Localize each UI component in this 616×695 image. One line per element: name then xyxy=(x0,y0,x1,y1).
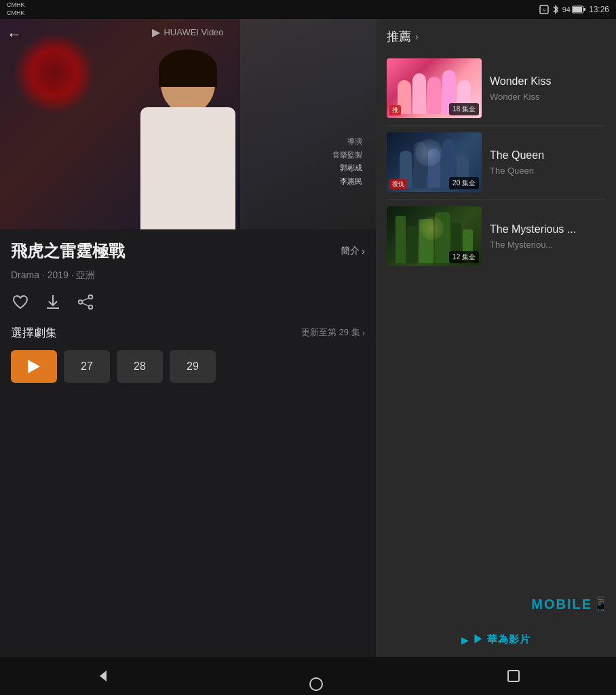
mysterious-title: The Mysterious ... xyxy=(490,223,605,237)
svg-marker-12 xyxy=(100,671,107,681)
episode-29-button[interactable]: 29 xyxy=(170,350,216,383)
title-row: 飛虎之雷霆極戰 簡介 › xyxy=(11,242,365,261)
episode-play-button[interactable] xyxy=(11,350,57,383)
episodes-section: 選擇劇集 更新至第 29 集 › 27 28 29 xyxy=(11,325,365,383)
mysterious-ep-badge: 12 集全 xyxy=(449,251,479,263)
nav-recents-button[interactable] xyxy=(504,666,523,685)
recommend-title: 推薦 xyxy=(387,29,411,45)
svg-rect-4 xyxy=(583,8,585,11)
back-button[interactable]: ← xyxy=(7,26,22,43)
the-queen-title: The Queen xyxy=(490,149,605,163)
clock: 13:26 xyxy=(589,5,609,14)
episode-28-button[interactable]: 28 xyxy=(117,350,163,383)
episode-27-button[interactable]: 27 xyxy=(64,350,110,383)
battery-indicator: 94 xyxy=(562,5,585,14)
recommend-item[interactable]: 18 集全 推 Wonder Kiss Wonder Kiss xyxy=(376,52,616,125)
recommend-item-3[interactable]: 12 集全 The Mysterious ... The Mysteriou..… xyxy=(376,200,616,273)
wonder-kiss-subtitle: Wonder Kiss xyxy=(490,92,605,102)
right-panel: 推薦 › 18 集全 xyxy=(376,19,616,657)
content-area: 飛虎之雷霆極戰 簡介 › Drama · 2019 · 亞洲 xyxy=(0,229,376,657)
carrier-1: CMHK xyxy=(7,1,25,10)
download-button[interactable] xyxy=(43,293,62,312)
huawei-video-footer: ▶ ▶ 華為影片 xyxy=(376,622,616,657)
recommend-item-2[interactable]: 20 集全 復仇 The Queen The Queen xyxy=(376,126,616,199)
huawei-video-logo: ▶ HUAWEI Video xyxy=(152,26,223,39)
nav-back-button[interactable] xyxy=(93,666,112,685)
nav-home-button[interactable] xyxy=(299,666,317,685)
mysterious-info: The Mysterious ... The Mysteriou... xyxy=(490,223,605,250)
mysterious-subtitle: The Mysteriou... xyxy=(490,240,605,250)
the-queen-ep-badge: 20 集全 xyxy=(449,177,479,189)
the-queen-info: The Queen The Queen xyxy=(490,149,605,176)
nfc-icon: N xyxy=(539,5,549,14)
show-title: 飛虎之雷霆極戰 xyxy=(11,242,125,261)
video-thumbnail: 導演 音樂監製 郭彬成 李惠民 xyxy=(0,19,376,229)
status-right: N 94 13:26 xyxy=(539,5,609,14)
thumbnail-the-queen: 20 集全 復仇 xyxy=(387,132,482,192)
svg-point-9 xyxy=(89,305,93,309)
svg-point-8 xyxy=(89,295,93,299)
carrier-2: CMHK xyxy=(7,10,25,18)
svg-point-13 xyxy=(310,678,322,690)
play-triangle-icon xyxy=(28,360,40,373)
like-button[interactable] xyxy=(11,293,30,312)
wonder-kiss-live-badge: 推 xyxy=(389,105,401,115)
chevron-right-icon: › xyxy=(415,31,419,42)
video-bg-decoration xyxy=(14,33,95,114)
svg-line-10 xyxy=(82,298,88,301)
carrier-info: CMHK CMHK xyxy=(7,1,25,17)
huawei-footer-logo: ▶ 華為影片 xyxy=(473,633,531,646)
show-meta: Drama · 2019 · 亞洲 xyxy=(11,269,365,282)
status-bar: CMHK CMHK N 94 13:26 xyxy=(0,0,616,19)
share-button[interactable] xyxy=(76,293,95,312)
update-info[interactable]: 更新至第 29 集 › xyxy=(301,326,365,339)
svg-rect-3 xyxy=(573,7,582,12)
svg-text:N: N xyxy=(543,8,545,12)
the-queen-subtitle: The Queen xyxy=(490,166,605,176)
bluetooth-icon xyxy=(552,5,559,14)
recommend-list: 18 集全 推 Wonder Kiss Wonder Kiss xyxy=(376,52,616,273)
thumbnail-mysterious: 12 集全 xyxy=(387,206,482,266)
watermark: MOBILE📱 xyxy=(531,596,611,612)
svg-line-11 xyxy=(82,303,88,306)
video-cast-overlay: 導演 音樂監製 郭彬成 李惠民 xyxy=(332,135,362,189)
action-icons-row xyxy=(11,293,365,312)
episodes-title: 選擇劇集 xyxy=(11,325,57,341)
svg-rect-14 xyxy=(508,671,519,681)
episode-buttons: 27 28 29 xyxy=(11,350,365,383)
recommend-header[interactable]: 推薦 › xyxy=(376,19,616,52)
episodes-header: 選擇劇集 更新至第 29 集 › xyxy=(11,325,365,341)
wonder-kiss-ep-badge: 18 集全 xyxy=(449,103,479,115)
thumbnail-wonder-kiss: 18 集全 推 xyxy=(387,58,482,118)
intro-link[interactable]: 簡介 › xyxy=(341,245,365,257)
wonder-kiss-title: Wonder Kiss xyxy=(490,75,605,89)
main-container: 導演 音樂監製 郭彬成 李惠民 ← ▶ HUAWEI Video 飛虎之雷霆極戰… xyxy=(0,19,616,657)
svg-point-7 xyxy=(79,300,83,304)
video-area[interactable]: 導演 音樂監製 郭彬成 李惠民 ← ▶ HUAWEI Video xyxy=(0,19,376,229)
left-panel: 導演 音樂監製 郭彬成 李惠民 ← ▶ HUAWEI Video 飛虎之雷霆極戰… xyxy=(0,19,376,657)
the-queen-badge: 復仇 xyxy=(389,179,407,189)
wonder-kiss-info: Wonder Kiss Wonder Kiss xyxy=(490,75,605,102)
nav-bar xyxy=(0,657,616,695)
